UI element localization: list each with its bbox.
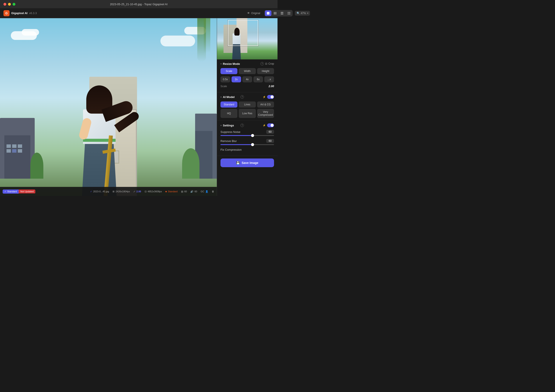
output-size-info: ⊡ 4852x3608px [145, 190, 162, 193]
low-res-model-button[interactable]: Low Res [239, 109, 256, 118]
suppress-noise-thumb[interactable] [251, 134, 254, 137]
original-button[interactable]: 👁 Original [245, 10, 262, 16]
model-info: ■ Standard [165, 190, 178, 193]
fix-compression-row: Fix Compression [220, 148, 274, 151]
view-toggle-group [264, 10, 278, 16]
suppress-noise-fill [220, 135, 253, 136]
bottom-info: ✓ 2023-0...45.jpg ⊞ 2426x1804px ⤢ 2.00 ⊡… [90, 190, 214, 193]
lightning-icon: ⚡ [263, 96, 266, 98]
scale-custom-button[interactable]: ...x [264, 76, 274, 82]
check-icon: ✓ [4, 190, 6, 193]
ai-model-toggle[interactable] [267, 95, 274, 99]
original-size-info: ⊞ 2426x1804px [112, 190, 130, 193]
scale-icon: ⤢ [133, 190, 135, 193]
close-button[interactable] [3, 3, 6, 6]
svg-rect-2 [275, 12, 277, 15]
resize-chevron-icon: ▾ [220, 63, 222, 65]
view-single-button[interactable] [265, 10, 271, 16]
canvas-area[interactable]: ✓ Standard Not Updated ✓ 2023-0...45.jpg [0, 18, 217, 196]
remove-blur-fill [220, 144, 253, 145]
crop-button[interactable]: ⊡ Crop [265, 62, 274, 65]
model-icon: ■ [165, 190, 167, 193]
remove-blur-thumb[interactable] [251, 143, 254, 146]
settings-chevron-icon: ▾ [220, 124, 222, 127]
app-name: Gigapixel AI v6.3.3 [11, 12, 37, 15]
right-panel: ▾ Resize Mode ? ⊡ Crop Scale Width Heigh… [217, 18, 278, 196]
settings-toggle[interactable] [267, 123, 274, 127]
check-small-icon: ✓ [90, 190, 92, 193]
resize-mode-header[interactable]: ▾ Resize Mode ? ⊡ Crop [220, 62, 274, 65]
art-cg-model-button[interactable]: Art & CG [257, 102, 274, 108]
blur-icon: 🔊 [190, 190, 193, 193]
remove-blur-slider: Remove Blur 60 [220, 139, 274, 145]
svg-rect-0 [267, 12, 270, 15]
filename-info: ✓ 2023-0...45.jpg [90, 190, 109, 193]
output-icon: ⊡ [145, 190, 146, 193]
remove-blur-track[interactable] [220, 144, 274, 145]
remove-blur-label-row: Remove Blur 60 [220, 139, 274, 143]
preview-selection [228, 20, 258, 46]
ai-model-row1: Standard Lines Art & CG [220, 102, 274, 108]
ai-model-row2: HQ Low Res Very Compressed [220, 109, 274, 118]
resize-mode-buttons: Scale Width Height [220, 68, 274, 74]
badge-standard: ✓ Standard [3, 189, 19, 194]
view-split-v-button[interactable] [272, 10, 278, 16]
gc-info: GC 👤 [201, 190, 209, 193]
scale-info: ⤢ 2.00 [133, 190, 141, 193]
settings-header[interactable]: ▾ Settings ? ⚡ [220, 123, 274, 127]
scale-mode-button[interactable]: Scale [220, 68, 237, 74]
save-icon: 💾 [236, 161, 240, 165]
maximize-button[interactable] [13, 3, 15, 6]
settings-lightning-icon: ⚡ [263, 124, 266, 127]
resize-help-icon[interactable]: ? [260, 62, 264, 65]
noise-icon: ▤ [181, 190, 183, 193]
ai-model-help-icon[interactable]: ? [241, 95, 244, 99]
very-compressed-model-button[interactable]: Very Compressed [257, 109, 274, 118]
scale-value-row: Scale 2.00 [220, 85, 274, 88]
file-badge: ✓ Standard Not Updated [3, 189, 35, 194]
toolbar: G Gigapixel AI v6.3.3 👁 Original [0, 8, 278, 18]
height-mode-button[interactable]: Height [257, 68, 274, 74]
save-image-button[interactable]: 💾 Save Image [220, 159, 274, 167]
ai-model-header[interactable]: ▾ AI Model ? ⚡ [220, 95, 274, 99]
crop-icon: ⊡ [265, 62, 267, 65]
bottom-bar: ✓ Standard Not Updated ✓ 2023-0...45.jpg [0, 187, 217, 196]
width-mode-button[interactable]: Width [239, 68, 256, 74]
settings-help-icon[interactable]: ? [241, 123, 244, 127]
window-title: 2023-05-25_21-10-45.jpg - Topaz Gigapixe… [110, 3, 168, 6]
app-logo-icon: G [3, 10, 9, 16]
ai-model-chevron-icon: ▾ [220, 96, 222, 98]
delete-icon[interactable]: 🗑 [212, 190, 214, 193]
suppress-noise-slider: Suppress Noise 60 [220, 130, 274, 136]
lines-model-button[interactable]: Lines [239, 102, 256, 108]
blur-info: 🔊 60 [190, 190, 197, 193]
preview-thumbnail [217, 18, 278, 59]
noise-info: ▤ 60 [181, 190, 187, 193]
content-area: ✓ Standard Not Updated ✓ 2023-0...45.jpg [0, 18, 278, 196]
badge-not-updated: Not Updated [19, 189, 36, 193]
bottom-left: ✓ Standard Not Updated [3, 189, 35, 194]
app-body: G Gigapixel AI v6.3.3 👁 Original [0, 8, 278, 196]
ai-model-section: ▾ AI Model ? ⚡ Standard Lines Art & CG H… [217, 92, 278, 121]
settings-section: ▾ Settings ? ⚡ Suppress Noise 60 [217, 121, 278, 156]
logo-area: G Gigapixel AI v6.3.3 [3, 10, 37, 16]
scale-2x-button[interactable]: 2x [232, 76, 241, 82]
dimensions-icon: ⊞ [112, 190, 115, 193]
suppress-noise-label-row: Suppress Noise 60 [220, 130, 274, 134]
user-icon: 👤 [205, 190, 208, 193]
scene-image [0, 18, 217, 196]
scale-options: 0.5x 2x 4x 6x ...x [220, 76, 274, 82]
standard-model-button[interactable]: Standard [220, 102, 237, 108]
minimize-button[interactable] [8, 3, 11, 6]
suppress-noise-track[interactable] [220, 135, 274, 136]
svg-rect-1 [274, 12, 275, 15]
scale-05x-button[interactable]: 0.5x [220, 76, 230, 82]
title-bar: 2023-05-25_21-10-45.jpg - Topaz Gigapixe… [0, 0, 278, 8]
eye-icon: 👁 [247, 12, 250, 15]
resize-mode-section: ▾ Resize Mode ? ⊡ Crop Scale Width Heigh… [217, 59, 278, 92]
scale-4x-button[interactable]: 4x [242, 76, 252, 82]
traffic-lights [3, 3, 15, 6]
hq-model-button[interactable]: HQ [220, 109, 237, 118]
scale-6x-button[interactable]: 6x [253, 76, 263, 82]
resize-controls: ⊡ Crop [265, 62, 274, 65]
